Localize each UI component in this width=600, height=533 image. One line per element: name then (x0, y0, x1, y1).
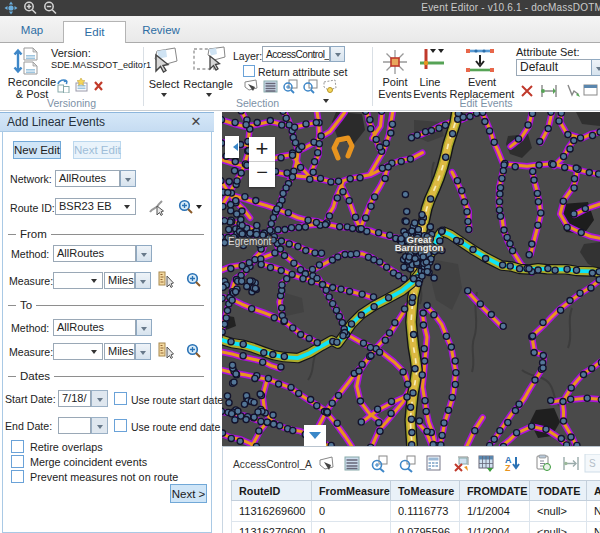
svg-text:Barrington: Barrington (395, 242, 444, 253)
svg-text:Egremont: Egremont (228, 236, 272, 247)
svg-text:Z: Z (505, 463, 511, 473)
svg-text:S: S (589, 458, 596, 469)
